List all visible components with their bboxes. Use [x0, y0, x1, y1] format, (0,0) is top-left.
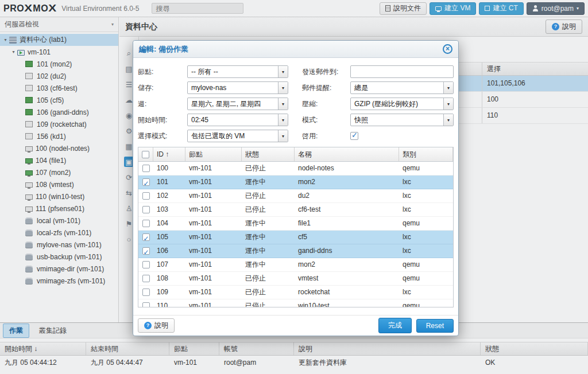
chevron-down-icon[interactable]: ▾ [278, 130, 288, 142]
vm-name: mon2 [295, 176, 399, 189]
select-all-checkbox[interactable] [142, 151, 149, 158]
vm-id: 109 [153, 286, 185, 299]
row-checkbox[interactable] [142, 165, 150, 172]
send-email-label: 發送郵件到: [302, 67, 350, 77]
vm-status: 運作中 [242, 176, 295, 189]
vm-selection-table: ID ↑ 節點 狀態 名稱 類別 100 vm-101 已停止 nodel-no… [138, 147, 454, 307]
vm-id: 105 [153, 231, 185, 244]
row-checkbox[interactable] [142, 275, 150, 282]
vm-row[interactable]: 107 vm-101 運作中 mon2 qemu [138, 258, 453, 272]
vm-row[interactable]: 106 vm-101 運作中 gandi-ddns lxc [138, 244, 453, 258]
vm-type: lxc [399, 176, 453, 189]
vm-id: 100 [153, 162, 185, 175]
vm-type: qemu [399, 217, 453, 230]
vm-status: 已停止 [242, 286, 295, 299]
row-checkbox[interactable] [142, 178, 150, 186]
chevron-down-icon[interactable]: ▾ [443, 82, 453, 94]
selection-mode-select[interactable]: 包括已選取的 VM ▾ [187, 130, 288, 142]
vm-row[interactable]: 100 vm-101 已停止 nodel-notes qemu [138, 162, 453, 176]
vm-row[interactable]: 110 vm-101 已停止 win10-test qemu [138, 299, 453, 307]
vm-type: lxc [399, 189, 453, 202]
chevron-down-icon[interactable]: ▾ [278, 98, 288, 110]
vm-type: lxc [399, 244, 453, 258]
row-checkbox[interactable] [142, 233, 150, 241]
close-icon[interactable]: × [443, 44, 452, 54]
vm-node: vm-101 [185, 176, 242, 189]
vm-id: 101 [153, 176, 185, 189]
col-node[interactable]: 節點 [185, 147, 242, 161]
vm-row[interactable]: 101 vm-101 運作中 mon2 lxc [138, 176, 453, 189]
dialog-header[interactable]: 編輯: 備份作業 × [133, 41, 458, 58]
vm-row[interactable]: 105 vm-101 運作中 cf5 lxc [138, 231, 453, 244]
col-name[interactable]: 名稱 [295, 147, 399, 161]
storage-select[interactable]: mylove-nas ▾ [187, 81, 288, 94]
col-type[interactable]: 類別 [399, 147, 453, 161]
vm-name: gandi-ddns [295, 244, 399, 258]
row-checkbox[interactable] [142, 247, 150, 255]
vm-name: file1 [295, 217, 399, 230]
col-status[interactable]: 狀態 [242, 147, 295, 161]
row-checkbox[interactable] [142, 302, 150, 307]
vm-type: qemu [399, 299, 453, 307]
dialog-help-button[interactable]: ? 說明 [138, 318, 175, 333]
vm-id: 110 [153, 299, 185, 307]
vm-node: vm-101 [185, 244, 242, 258]
email-notification-select[interactable]: 總是 ▾ [350, 81, 454, 94]
vm-name: mon2 [295, 258, 399, 271]
vm-node: vm-101 [185, 189, 242, 202]
chevron-down-icon[interactable]: ▾ [278, 66, 288, 77]
vm-name: win10-test [295, 299, 399, 307]
row-checkbox[interactable] [142, 192, 150, 200]
vm-row[interactable]: 102 vm-101 已停止 du2 lxc [138, 189, 453, 203]
vm-type: lxc [399, 286, 453, 299]
vm-type: qemu [399, 162, 453, 175]
vm-name: rocketchat [295, 286, 399, 299]
row-checkbox[interactable] [142, 206, 150, 213]
vm-name: cf5 [295, 231, 399, 244]
help-icon: ? [144, 322, 152, 329]
vm-row[interactable]: 104 vm-101 運作中 file1 qemu [138, 217, 453, 231]
chevron-down-icon[interactable]: ▾ [443, 98, 453, 110]
reset-button[interactable]: Reset [416, 319, 454, 333]
node-label: 節點: [138, 67, 187, 77]
vm-table-header: ID ↑ 節點 狀態 名稱 類別 [138, 147, 453, 162]
chevron-down-icon[interactable]: ▾ [278, 114, 288, 126]
vm-name: nodel-notes [295, 162, 399, 175]
vm-id: 104 [153, 217, 185, 230]
vm-name: du2 [295, 189, 399, 202]
compression-select[interactable]: GZIP (壓縮比例較好) ▾ [350, 98, 454, 110]
vm-type: qemu [399, 272, 453, 285]
start-time-select[interactable]: 02:45 ▾ [187, 114, 288, 126]
vm-status: 運作中 [242, 217, 295, 230]
row-checkbox[interactable] [142, 289, 150, 296]
vm-status: 已停止 [242, 203, 295, 216]
vm-node: vm-101 [185, 286, 242, 299]
vm-node: vm-101 [185, 217, 242, 230]
vm-row[interactable]: 109 vm-101 已停止 rocketchat lxc [138, 286, 453, 299]
dialog-title: 編輯: 備份作業 [139, 44, 188, 54]
enable-checkbox[interactable] [350, 132, 358, 140]
day-of-week-select[interactable]: 星期六, 星期二, 星期四 ▾ [187, 98, 288, 110]
vm-id: 102 [153, 189, 185, 202]
vm-status: 已停止 [242, 272, 295, 285]
start-time-label: 開始時間: [138, 115, 187, 125]
email-notification-label: 郵件提醒: [302, 83, 350, 93]
vm-status: 運作中 [242, 231, 295, 244]
compression-label: 壓縮: [302, 99, 350, 109]
vm-row[interactable]: 103 vm-101 已停止 cf6-test lxc [138, 203, 453, 217]
col-id[interactable]: ID ↑ [153, 147, 185, 161]
vm-id: 108 [153, 272, 185, 285]
ok-button[interactable]: 完成 [378, 318, 412, 333]
mode-select[interactable]: 快照 ▾ [350, 114, 454, 126]
vm-node: vm-101 [185, 258, 242, 271]
vm-status: 已停止 [242, 299, 295, 307]
day-of-week-label: 週: [138, 99, 187, 109]
row-checkbox[interactable] [142, 220, 150, 227]
chevron-down-icon[interactable]: ▾ [443, 114, 453, 126]
vm-node: vm-101 [185, 299, 242, 307]
email-input[interactable] [350, 65, 454, 78]
vm-row[interactable]: 108 vm-101 已停止 vmtest qemu [138, 272, 453, 286]
node-select[interactable]: -- 所有 -- ▾ [187, 65, 288, 78]
row-checkbox[interactable] [142, 261, 150, 268]
chevron-down-icon[interactable]: ▾ [278, 82, 288, 94]
